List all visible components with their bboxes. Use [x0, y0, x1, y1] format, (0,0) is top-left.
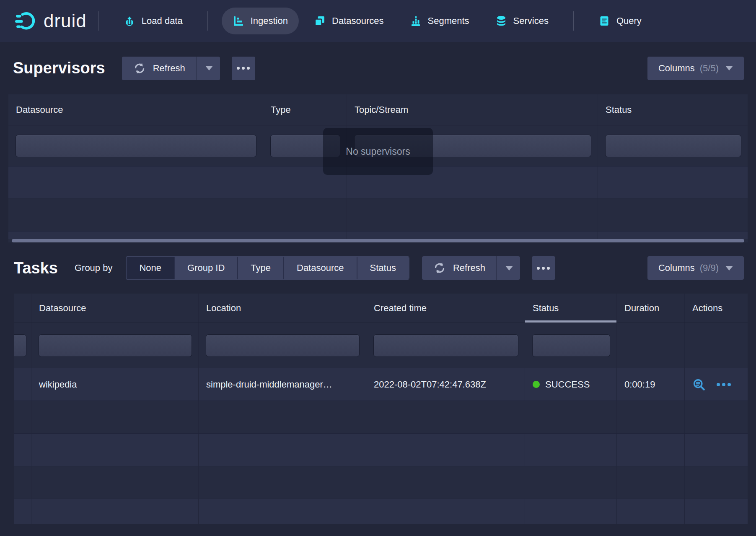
stacked-squares-icon [314, 15, 326, 27]
chevron-down-icon [725, 66, 733, 70]
nav-item-query[interactable]: Query [588, 8, 652, 34]
supervisors-table-header: Datasource Type Topic/Stream Status [8, 94, 748, 125]
chevron-down-icon [725, 266, 733, 271]
navbar-divider [207, 11, 208, 31]
status-filter-input[interactable] [533, 335, 610, 356]
chevron-down-icon [505, 266, 513, 271]
empty-table-row [14, 434, 748, 466]
task-created-time-cell: 2022-08-02T07:42:47.638Z [366, 368, 525, 401]
navbar-divider [98, 11, 99, 31]
tasks-title: Tasks [14, 259, 58, 277]
columns-count: (9/9) [700, 263, 719, 273]
topic-stream-filter-input[interactable] [355, 135, 591, 157]
refresh-icon [133, 62, 146, 75]
tasks-table-header: Datasource Location Created time Status … [14, 294, 748, 323]
supervisors-refresh-button[interactable]: Refresh [122, 57, 197, 80]
task-row-wikipedia[interactable]: wikipedia simple-druid-middlemanager… 20… [14, 368, 748, 401]
column-header-topic-stream[interactable]: Topic/Stream [347, 94, 598, 125]
ingestion-chart-icon [233, 15, 244, 27]
bar-chart-icon [410, 15, 422, 27]
group-by-status-button[interactable]: Status [357, 257, 409, 279]
chevron-down-icon [205, 66, 213, 70]
supervisors-toolbar: Supervisors Refresh Columns (5/5) [0, 42, 756, 94]
empty-table-row [8, 232, 748, 239]
column-header-created-time[interactable]: Created time [366, 294, 525, 323]
created-time-filter-input[interactable] [374, 335, 518, 356]
query-document-icon [598, 15, 610, 27]
druid-logo[interactable]: druid [15, 10, 87, 32]
column-header-status[interactable]: Status [598, 94, 748, 125]
column-header-status-sorted[interactable]: Status [525, 294, 617, 323]
nav-item-label: Services [513, 16, 549, 26]
datasource-filter-input[interactable] [16, 135, 256, 157]
location-filter-input[interactable] [206, 335, 359, 356]
partial-filter-input[interactable] [14, 335, 26, 356]
datasource-filter-input[interactable] [39, 335, 192, 356]
empty-table-row [14, 499, 748, 524]
supervisors-more-button[interactable] [232, 57, 255, 80]
column-header-type[interactable]: Type [263, 94, 347, 125]
supervisors-table: Datasource Type Topic/Stream Status No s… [8, 94, 748, 242]
nav-item-services[interactable]: Services [484, 8, 559, 34]
group-by-group-id-button[interactable]: Group ID [174, 257, 237, 279]
task-details-magnifier-icon[interactable] [692, 378, 706, 391]
task-status-cell: SUCCESS [525, 368, 617, 401]
database-icon [495, 15, 507, 27]
empty-table-row [14, 401, 748, 434]
column-header-duration[interactable]: Duration [617, 294, 685, 323]
tasks-columns-button[interactable]: Columns (9/9) [647, 256, 744, 280]
column-header-actions[interactable]: Actions [685, 294, 748, 323]
nav-item-datasources[interactable]: Datasources [303, 8, 395, 34]
columns-button-label: Columns [658, 263, 695, 273]
group-by-datasource-button[interactable]: Datasource [283, 257, 357, 279]
supervisors-filter-row [8, 125, 748, 167]
success-status-dot [533, 381, 540, 388]
refresh-button-label: Refresh [453, 263, 485, 273]
tasks-refresh-button[interactable]: Refresh [422, 256, 497, 280]
group-by-type-button[interactable]: Type [237, 257, 283, 279]
status-filter-input[interactable] [606, 135, 741, 157]
column-header-location[interactable]: Location [199, 294, 366, 323]
task-more-actions-icon[interactable] [717, 383, 731, 386]
task-status-label: SUCCESS [545, 379, 590, 390]
nav-item-label: Load data [142, 16, 183, 26]
nav-item-ingestion[interactable]: Ingestion [222, 8, 299, 34]
tasks-refresh-split-button: Refresh [422, 256, 520, 280]
druid-logo-mark [15, 10, 38, 32]
column-header-partial[interactable] [14, 294, 31, 323]
nav-item-label: Ingestion [251, 16, 288, 26]
group-by-none-button[interactable]: None [127, 257, 174, 279]
tasks-filter-row [14, 323, 748, 368]
nav-item-load-data[interactable]: Load data [113, 8, 194, 34]
brand-name: druid [44, 10, 87, 31]
supervisors-refresh-caret-button[interactable] [197, 57, 220, 80]
nav-item-label: Datasources [332, 16, 384, 26]
columns-count: (5/5) [700, 63, 719, 74]
group-by-label: Group by [75, 263, 113, 273]
tasks-refresh-caret-button[interactable] [497, 256, 520, 280]
column-header-datasource[interactable]: Datasource [31, 294, 199, 323]
type-filter-input[interactable] [271, 135, 340, 157]
top-navbar: druid Load data Ingestion Datasources [0, 0, 756, 42]
nav-item-label: Query [616, 16, 642, 26]
more-icon [237, 67, 240, 70]
group-by-segmented-control: None Group ID Type Datasource Status [126, 256, 409, 280]
tasks-toolbar: Tasks Group by None Group ID Type Dataso… [0, 242, 756, 294]
supervisors-columns-button[interactable]: Columns (5/5) [647, 57, 744, 80]
supervisors-refresh-split-button: Refresh [122, 57, 220, 80]
task-location-cell: simple-druid-middlemanager… [199, 368, 366, 401]
tasks-more-button[interactable] [532, 256, 555, 280]
supervisors-title: Supervisors [13, 59, 105, 77]
task-datasource-cell: wikipedia [31, 368, 199, 401]
horizontal-scrollbar[interactable] [12, 239, 744, 242]
navbar-divider [573, 11, 574, 31]
empty-table-row [14, 466, 748, 499]
nav-item-label: Segments [428, 16, 469, 26]
empty-table-row [8, 198, 748, 232]
more-icon [537, 267, 540, 270]
columns-button-label: Columns [658, 63, 695, 74]
refresh-icon [433, 261, 446, 275]
nav-item-segments[interactable]: Segments [399, 8, 480, 34]
tasks-table: Datasource Location Created time Status … [14, 294, 748, 524]
column-header-datasource[interactable]: Datasource [8, 94, 263, 125]
